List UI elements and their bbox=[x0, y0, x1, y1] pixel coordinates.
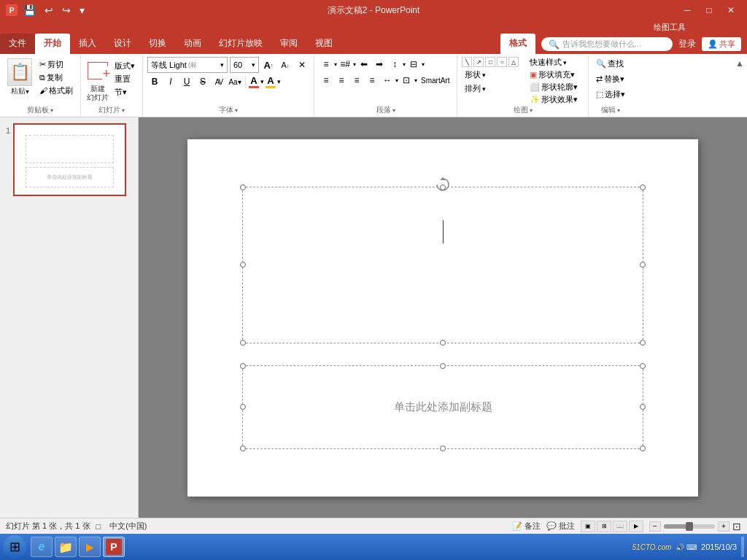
zoom-thumb[interactable] bbox=[686, 522, 693, 531]
ribbon-collapse-btn[interactable]: ▲ bbox=[732, 55, 747, 71]
columns-btn[interactable]: ⊟ bbox=[406, 57, 421, 71]
shape-item[interactable]: □ bbox=[485, 57, 495, 67]
handle-ml[interactable] bbox=[240, 404, 246, 410]
close-btn[interactable]: ✕ bbox=[721, 3, 741, 18]
bullets-dropdown[interactable]: ▾ bbox=[334, 61, 337, 68]
slide-sorter-btn[interactable]: ⊞ bbox=[597, 521, 611, 532]
shape-outline-btn[interactable]: ⬜ 形状轮廓▾ bbox=[530, 82, 578, 93]
new-slide-btn[interactable]: + 新建 幻灯片 bbox=[85, 57, 110, 102]
tab-slideshow[interactable]: 幻灯片放映 bbox=[210, 34, 271, 54]
tab-home[interactable]: 开始 bbox=[35, 34, 70, 54]
highlight-btn[interactable]: A bbox=[266, 75, 276, 88]
numbering-dropdown[interactable]: ▾ bbox=[353, 61, 356, 68]
shapes-btn[interactable]: 形状 ▾ bbox=[462, 69, 520, 81]
justify-btn[interactable]: ≡ bbox=[365, 73, 379, 88]
columns-dropdown[interactable]: ▾ bbox=[422, 61, 425, 68]
undo-btn[interactable]: ↩ bbox=[42, 3, 56, 18]
taskbar-ie[interactable]: e bbox=[31, 537, 53, 557]
char-spacing-btn[interactable]: AV bbox=[212, 74, 226, 89]
share-btn[interactable]: 👤 共享 bbox=[702, 37, 741, 51]
italic-btn[interactable]: I bbox=[163, 74, 178, 89]
line-spacing-dropdown[interactable]: ▾ bbox=[403, 61, 406, 68]
subtitle-placeholder[interactable]: 单击此处添加副标题 bbox=[394, 400, 492, 414]
slide-canvas[interactable]: 单击此处添加副标题 bbox=[187, 139, 698, 497]
customize-btn[interactable]: ▾ bbox=[77, 3, 88, 18]
quick-styles-btn[interactable]: 快速样式 ▾ bbox=[530, 57, 578, 68]
reset-btn[interactable]: 重置 bbox=[112, 73, 138, 85]
handle-mr[interactable] bbox=[640, 262, 646, 268]
align-right-btn[interactable]: ≡ bbox=[349, 73, 364, 88]
font-name-selector[interactable]: 等线 Light (标 ▾ bbox=[147, 57, 228, 73]
paste-btn[interactable]: 📋 粘贴▾ bbox=[4, 57, 35, 98]
section-btn[interactable]: 节▾ bbox=[112, 86, 138, 98]
increase-indent-btn[interactable]: ➡ bbox=[372, 57, 387, 71]
handle-mr[interactable] bbox=[640, 404, 646, 410]
tab-animation[interactable]: 动画 bbox=[175, 34, 210, 54]
increase-font-btn[interactable]: A↑ bbox=[261, 58, 276, 72]
taskbar-media[interactable]: ▶ bbox=[79, 537, 101, 557]
taskbar-ppt[interactable]: P bbox=[103, 537, 125, 557]
tab-design[interactable]: 设计 bbox=[105, 34, 140, 54]
tab-file[interactable]: 文件 bbox=[0, 34, 35, 54]
font-size-selector[interactable]: 60 ▾ bbox=[230, 57, 259, 73]
bold-btn[interactable]: B bbox=[147, 74, 162, 89]
clock[interactable]: 2015/10/3 bbox=[701, 542, 737, 551]
handle-tm[interactable] bbox=[440, 184, 446, 190]
search-box[interactable]: 🔍 告诉我您想要做什么... bbox=[541, 37, 673, 51]
handle-br[interactable] bbox=[640, 446, 646, 451]
copy-btn[interactable]: ⧉复制 bbox=[36, 71, 76, 84]
align-left-btn[interactable]: ≡ bbox=[319, 73, 333, 88]
reading-view-btn[interactable]: 📖 bbox=[613, 521, 627, 532]
handle-tr[interactable] bbox=[640, 184, 646, 190]
underline-btn[interactable]: U bbox=[179, 74, 194, 89]
zoom-slider[interactable] bbox=[664, 524, 715, 529]
slide-item[interactable]: 1 单击此处添加副标题 bbox=[6, 123, 132, 196]
normal-view-btn[interactable]: ▣ bbox=[581, 521, 595, 532]
handle-bm[interactable] bbox=[440, 446, 446, 451]
shape-effects-btn[interactable]: ✨ 形状效果▾ bbox=[530, 94, 578, 105]
change-case-btn[interactable]: Aa▾ bbox=[228, 74, 242, 89]
notes-btn[interactable]: 📝 备注 bbox=[512, 521, 541, 532]
handle-bl[interactable] bbox=[240, 340, 246, 346]
tab-review[interactable]: 审阅 bbox=[271, 34, 306, 54]
zoom-out-btn[interactable]: − bbox=[649, 521, 661, 532]
align-text-dropdown[interactable]: ▾ bbox=[414, 77, 417, 84]
clear-format-btn[interactable]: ✕ bbox=[295, 58, 309, 72]
decrease-indent-btn[interactable]: ⬅ bbox=[357, 57, 371, 71]
handle-tl[interactable] bbox=[240, 184, 246, 190]
find-btn[interactable]: 🔍 查找 bbox=[593, 57, 628, 71]
slideshow-btn[interactable]: ▶ bbox=[629, 521, 643, 532]
handle-bm[interactable] bbox=[440, 340, 446, 346]
fit-page-btn[interactable]: ⊡ bbox=[732, 521, 741, 532]
font-color-btn[interactable]: A bbox=[249, 75, 259, 88]
handle-bl[interactable] bbox=[240, 446, 246, 451]
numbering-btn[interactable]: ≡# bbox=[338, 57, 352, 71]
login-btn[interactable]: 登录 bbox=[678, 38, 696, 50]
handle-ml[interactable] bbox=[240, 262, 246, 268]
comments-btn[interactable]: 💬 批注 bbox=[546, 521, 575, 532]
decrease-font-btn[interactable]: A↓ bbox=[278, 58, 293, 72]
shape-item[interactable]: ╲ bbox=[462, 57, 472, 67]
title-textbox[interactable] bbox=[242, 187, 643, 343]
tab-transition[interactable]: 切换 bbox=[140, 34, 175, 54]
slide-thumbnail[interactable]: 单击此处添加副标题 bbox=[13, 123, 126, 196]
start-button[interactable]: ⊞ bbox=[3, 535, 26, 559]
show-desktop-btn[interactable] bbox=[741, 537, 744, 557]
taskbar-explorer[interactable]: 📁 bbox=[55, 537, 77, 557]
handle-tl[interactable] bbox=[240, 363, 246, 369]
handle-br[interactable] bbox=[640, 340, 646, 346]
handle-tr[interactable] bbox=[640, 363, 646, 369]
shape-item[interactable]: ↗ bbox=[473, 57, 484, 67]
highlight-dropdown[interactable]: ▾ bbox=[277, 78, 281, 85]
arrange-btn[interactable]: 排列 ▾ bbox=[462, 82, 520, 95]
select-btn[interactable]: ⬚ 选择▾ bbox=[593, 88, 628, 101]
shape-fill-btn[interactable]: ▣ 形状填充▾ bbox=[530, 69, 578, 80]
bullets-btn[interactable]: ≡ bbox=[319, 57, 333, 71]
smartart-btn[interactable]: SmartArt bbox=[418, 73, 452, 88]
maximize-btn[interactable]: □ bbox=[699, 3, 719, 18]
subtitle-textbox[interactable]: 单击此处添加副标题 bbox=[242, 365, 643, 449]
strikethrough-btn[interactable]: S bbox=[196, 74, 210, 89]
tab-view[interactable]: 视图 bbox=[306, 34, 341, 54]
text-dir-btn[interactable]: ↔ bbox=[380, 73, 395, 88]
align-text-btn[interactable]: ⊡ bbox=[399, 73, 414, 88]
